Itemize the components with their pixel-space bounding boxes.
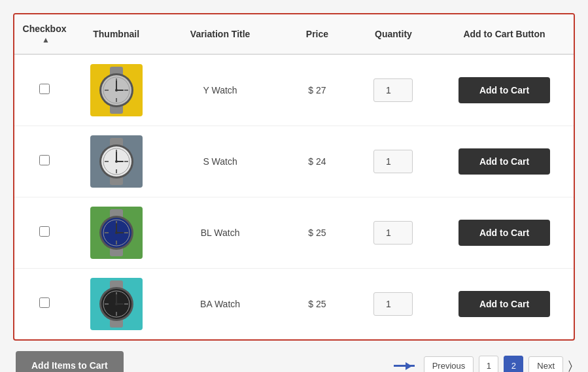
table-row: BL Watch $ 25 Add to Cart xyxy=(14,197,574,269)
row-quantity-cell xyxy=(352,54,435,126)
table-row: S Watch $ 24 Add to Cart xyxy=(14,126,574,197)
page-2-button[interactable]: 2 xyxy=(504,356,523,372)
next-button[interactable]: Next xyxy=(528,356,563,373)
add-to-cart-button-1[interactable]: Add to Cart xyxy=(458,77,550,103)
sort-arrow-icon[interactable]: ▲ xyxy=(42,35,50,44)
table-header: Checkbox ▲ Thumbnail Variation Title Pri… xyxy=(14,14,574,54)
row-cart-cell: Add to Cart xyxy=(435,54,574,126)
col-variation-title: Variation Title xyxy=(158,14,283,54)
row-title-cell: S Watch xyxy=(158,126,283,197)
svg-point-12 xyxy=(115,89,118,92)
row-checkbox-cell xyxy=(14,54,75,126)
svg-point-38 xyxy=(115,231,118,234)
row-title-cell: BA Watch xyxy=(158,269,283,340)
row-checkbox-4[interactable] xyxy=(39,297,50,308)
col-quantity: Quantity xyxy=(352,14,435,54)
row-price-cell: $ 25 xyxy=(283,269,352,340)
row-thumbnail-cell xyxy=(75,54,158,126)
row-checkbox-2[interactable] xyxy=(39,155,50,165)
svg-point-51 xyxy=(115,303,118,305)
product-table: Checkbox ▲ Thumbnail Variation Title Pri… xyxy=(13,13,575,341)
col-checkbox: Checkbox ▲ xyxy=(14,14,75,54)
row-title-cell: Y Watch xyxy=(158,54,283,126)
row-price-cell: $ 24 xyxy=(283,126,352,197)
quantity-input-4[interactable] xyxy=(373,292,413,316)
add-to-cart-button-4[interactable]: Add to Cart xyxy=(458,291,550,317)
row-title-cell: BL Watch xyxy=(158,197,283,269)
col-cart-button: Add to Cart Button xyxy=(435,14,574,54)
row-checkbox-3[interactable] xyxy=(39,226,50,237)
row-checkbox-cell xyxy=(14,269,75,340)
row-price-cell: $ 25 xyxy=(283,197,352,269)
thumbnail-image xyxy=(90,278,143,330)
row-checkbox-1[interactable] xyxy=(39,84,50,94)
table-row: BA Watch $ 25 Add to Cart xyxy=(14,269,574,340)
row-quantity-cell xyxy=(352,126,435,197)
add-items-to-cart-button[interactable]: Add Items to Cart xyxy=(16,351,124,372)
cursor-icon: 〉 xyxy=(568,359,572,373)
row-checkbox-cell xyxy=(14,197,75,269)
row-thumbnail-cell xyxy=(75,269,158,340)
thumbnail-image xyxy=(90,64,143,116)
add-to-cart-button-2[interactable]: Add to Cart xyxy=(458,148,550,175)
footer: Add Items to Cart Previous 1 2 Next 〉 xyxy=(13,351,575,372)
row-checkbox-cell xyxy=(14,126,75,197)
row-price-cell: $ 27 xyxy=(283,54,352,126)
quantity-input-1[interactable] xyxy=(373,78,413,102)
svg-point-25 xyxy=(115,160,118,163)
row-quantity-cell xyxy=(352,269,435,340)
previous-button[interactable]: Previous xyxy=(424,356,474,373)
thumbnail-image xyxy=(90,207,143,259)
thumbnail-image xyxy=(90,135,143,188)
pagination: Previous 1 2 Next 〉 xyxy=(394,356,572,372)
table-row: Y Watch $ 27 Add to Cart xyxy=(14,54,574,126)
row-cart-cell: Add to Cart xyxy=(435,126,574,197)
row-quantity-cell xyxy=(352,197,435,269)
quantity-input-2[interactable] xyxy=(373,150,413,173)
row-cart-cell: Add to Cart xyxy=(435,197,574,269)
row-cart-cell: Add to Cart xyxy=(435,269,574,340)
row-thumbnail-cell xyxy=(75,197,158,269)
arrow-right-icon xyxy=(394,365,415,367)
col-price: Price xyxy=(283,14,352,54)
quantity-input-3[interactable] xyxy=(373,221,413,245)
col-thumbnail: Thumbnail xyxy=(75,14,158,54)
row-thumbnail-cell xyxy=(75,126,158,197)
add-to-cart-button-3[interactable]: Add to Cart xyxy=(458,220,550,246)
page-1-button[interactable]: 1 xyxy=(479,356,498,372)
